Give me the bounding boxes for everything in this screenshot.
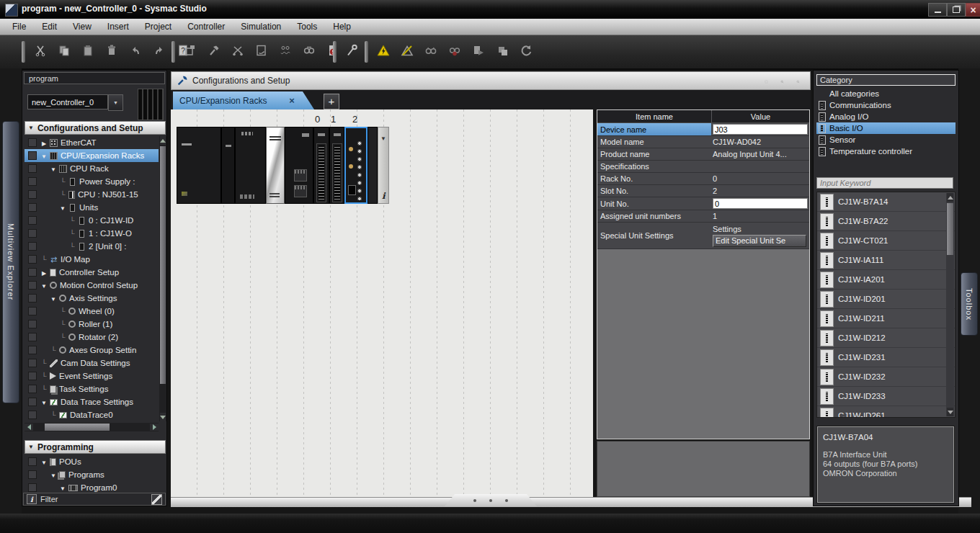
- edit-special-unit-settings-button[interactable]: Edit Special Unit Se: [713, 235, 806, 247]
- toolbox-vertical-tab[interactable]: Toolbox: [961, 272, 978, 336]
- tree-vertical-scrollbar[interactable]: [159, 136, 166, 421]
- scroll-right-icon[interactable]: [150, 424, 159, 431]
- rack-canvas[interactable]: 012: [171, 109, 593, 497]
- controller-selector-dropdown-icon[interactable]: [108, 94, 123, 111]
- undo-button[interactable]: [125, 42, 146, 62]
- restore-button[interactable]: [947, 3, 966, 17]
- tree-item-cpu-expansion-racks[interactable]: CPU/Expansion Racks: [24, 149, 159, 162]
- menu-file[interactable]: File: [4, 19, 34, 34]
- cut-button[interactable]: [30, 42, 50, 62]
- start-monitoring-button[interactable]: [421, 42, 441, 62]
- scroll-up-icon[interactable]: [947, 193, 953, 202]
- rack-info-icon[interactable]: [382, 189, 386, 202]
- slot-0-unit[interactable]: [313, 127, 329, 204]
- cpu-unit-body[interactable]: [235, 127, 266, 204]
- copy-button[interactable]: [54, 42, 74, 62]
- menu-tools[interactable]: Tools: [289, 19, 325, 34]
- tree-item-i-o-map[interactable]: I/O Map: [24, 253, 159, 266]
- rack-dropdown-icon[interactable]: [380, 130, 386, 143]
- expander-icon[interactable]: [40, 281, 48, 290]
- scroll-down-icon[interactable]: [160, 413, 166, 421]
- menu-edit[interactable]: Edit: [34, 19, 65, 34]
- expander-icon[interactable]: [49, 164, 58, 173]
- expander-icon[interactable]: [49, 294, 58, 303]
- category-temperature-controller[interactable]: Temperature controller: [816, 145, 956, 157]
- tools-button[interactable]: [342, 42, 362, 62]
- unit-cj1w-id231[interactable]: CJ1W-ID231: [817, 348, 955, 367]
- tree-item-rotator-2[interactable]: Rotator (2): [24, 331, 159, 344]
- zoom-out-icon[interactable]: [791, 75, 804, 88]
- minimize-button[interactable]: [928, 3, 947, 17]
- cancel-build-button[interactable]: [228, 42, 248, 62]
- scrollbar-thumb[interactable]: [160, 146, 166, 384]
- go-online-button[interactable]: [373, 42, 393, 62]
- unit-cj1w-id233[interactable]: CJ1W-ID233: [817, 387, 955, 406]
- tree-item-data-trace-settings[interactable]: Data Trace Settings: [24, 395, 159, 408]
- tree-item-cpu-nj501-15[interactable]: CPU : NJ501-15: [24, 188, 159, 201]
- scroll-down-icon[interactable]: [947, 408, 953, 416]
- category-analog-i-o[interactable]: Analog I/O: [816, 111, 956, 122]
- prog-item-pous[interactable]: POUs: [24, 455, 159, 468]
- marquee-select-icon[interactable]: [760, 75, 772, 88]
- unit-cj1w-ct021[interactable]: CJ1W-CT021: [817, 231, 955, 251]
- prog-item-programs[interactable]: Programs: [24, 468, 159, 481]
- tree-item-2-unit-0[interactable]: 2 [Unit 0] :: [24, 240, 159, 253]
- category-communications[interactable]: Communications: [816, 99, 956, 111]
- unit-cj1w-id261[interactable]: CJ1W-ID261: [817, 406, 955, 418]
- tree-item-task-settings[interactable]: Task Settings: [24, 382, 159, 395]
- add-tab-button[interactable]: [324, 94, 339, 109]
- build-button[interactable]: [204, 42, 224, 62]
- expander-icon[interactable]: [49, 470, 58, 479]
- multiview-explorer-vertical-tab[interactable]: Multiview Explorer: [2, 121, 19, 403]
- synchronize-button[interactable]: [516, 42, 536, 62]
- slot-1-unit[interactable]: [329, 127, 344, 204]
- scrollbar-thumb[interactable]: [947, 203, 953, 255]
- expander-icon[interactable]: [40, 138, 48, 147]
- pin-icon[interactable]: [151, 494, 162, 505]
- stop-monitoring-button[interactable]: [445, 42, 465, 62]
- go-offline-button[interactable]: [397, 42, 417, 62]
- search-button[interactable]: [299, 42, 319, 62]
- tree-horizontal-scrollbar[interactable]: [24, 423, 159, 431]
- expander-icon[interactable]: [40, 457, 48, 466]
- redo-button[interactable]: [149, 42, 169, 62]
- tree-item-motion-control-setup[interactable]: Motion Control Setup: [24, 279, 159, 292]
- section-configurations-and-setup[interactable]: Configurations and Setup: [24, 121, 166, 135]
- menu-project[interactable]: Project: [137, 19, 179, 34]
- menu-view[interactable]: View: [65, 19, 99, 34]
- expander-icon[interactable]: [40, 398, 48, 406]
- unit-cj1w-ia201[interactable]: CJ1W-IA201: [817, 270, 955, 290]
- scroll-up-icon[interactable]: [160, 136, 166, 145]
- tree-item-1-cj1w-o[interactable]: 1 : CJ1W-O: [24, 227, 159, 240]
- unit-cj1w-ia111[interactable]: CJ1W-IA111: [817, 251, 955, 270]
- tree-item-ethercat[interactable]: EtherCAT: [24, 136, 159, 149]
- scroll-left-icon[interactable]: [24, 424, 33, 431]
- tree-item-units[interactable]: Units: [24, 201, 159, 214]
- power-supply-unit[interactable]: [177, 127, 221, 204]
- step-button[interactable]: [492, 42, 512, 62]
- tree-item-event-settings[interactable]: Event Settings: [24, 369, 159, 382]
- expander-icon[interactable]: [58, 203, 67, 212]
- tree-item-cpu-rack[interactable]: CPU Rack: [24, 162, 159, 175]
- device-name-input[interactable]: [713, 124, 808, 135]
- cpu-unit-faceplate[interactable]: [266, 127, 285, 204]
- zoom-in-icon[interactable]: [775, 75, 788, 88]
- tab-cpu-expansion-racks[interactable]: CPU/Expansion Racks: [173, 91, 314, 109]
- cpu-port-block[interactable]: [285, 127, 313, 204]
- tree-item-roller-1[interactable]: Roller (1): [24, 318, 159, 331]
- expander-icon[interactable]: [58, 483, 67, 492]
- tree-item-controller-setup[interactable]: Controller Setup: [24, 266, 159, 279]
- unit-no-input[interactable]: [713, 198, 808, 209]
- splitter-handle[interactable]: [445, 494, 537, 506]
- controller-selector[interactable]: new_Controller_0: [27, 94, 108, 109]
- unit-cj1w-b7a14[interactable]: CJ1W-B7A14: [817, 192, 955, 212]
- tab-close-icon[interactable]: [287, 96, 297, 106]
- slot-2-unit-selected[interactable]: [344, 127, 368, 204]
- unit-cj1w-b7a22[interactable]: CJ1W-B7A22: [817, 212, 955, 231]
- unit-cj1w-id201[interactable]: CJ1W-ID201: [817, 290, 955, 309]
- tree-item-axes-group-settin[interactable]: Axes Group Settin: [24, 344, 159, 357]
- tree-item-datatrace0[interactable]: DataTrace0: [24, 408, 159, 421]
- tree-item-cam-data-settings[interactable]: Cam Data Settings: [24, 357, 159, 369]
- export-project-button[interactable]: [180, 42, 200, 62]
- delete-button[interactable]: [102, 42, 122, 62]
